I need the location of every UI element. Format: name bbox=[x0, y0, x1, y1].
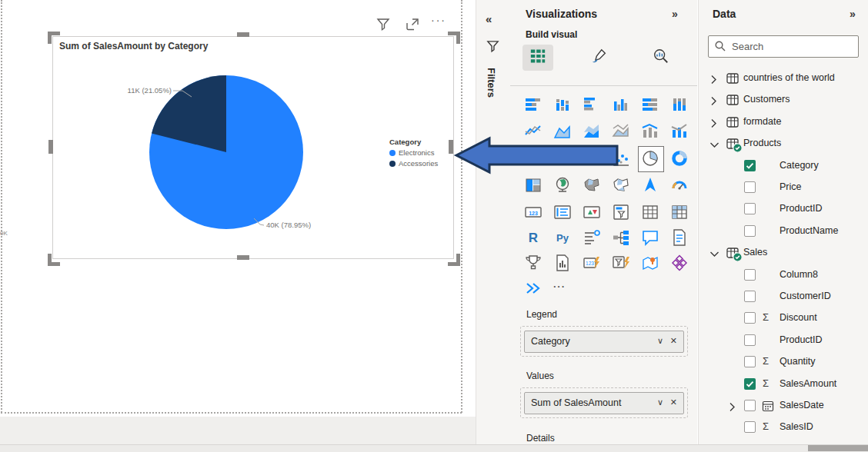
python-visual-icon[interactable]: Py bbox=[553, 228, 572, 247]
search-input[interactable] bbox=[730, 38, 856, 55]
resize-handle-top[interactable] bbox=[237, 32, 249, 37]
filled-map-icon[interactable] bbox=[583, 176, 601, 194]
more-options-icon[interactable]: ··· bbox=[431, 14, 446, 29]
gauge-icon[interactable] bbox=[670, 176, 689, 194]
checkbox-unchecked[interactable] bbox=[744, 400, 756, 411]
chevron-right-icon[interactable] bbox=[709, 95, 719, 109]
focus-mode-icon[interactable] bbox=[406, 18, 421, 33]
tab-analytics[interactable] bbox=[646, 45, 676, 71]
q-and-a-icon[interactable] bbox=[641, 228, 659, 247]
field-row-salesamount[interactable]: ΣSalesAmount bbox=[699, 376, 868, 396]
chevron-down-icon[interactable] bbox=[709, 248, 719, 262]
line-and-stacked-column-chart-icon[interactable] bbox=[641, 122, 659, 141]
map-icon[interactable] bbox=[553, 176, 572, 194]
field-row-discount[interactable]: ΣDiscount bbox=[699, 310, 868, 330]
well-dropzone-values[interactable]: Sum of SalesAmount∨✕ bbox=[520, 387, 688, 418]
slicer-icon[interactable] bbox=[612, 203, 630, 221]
azure-map-icon[interactable] bbox=[641, 176, 659, 194]
filters-pane-collapsed[interactable]: « Filters bbox=[476, 0, 511, 444]
horizontal-scrollbar[interactable] bbox=[0, 444, 868, 452]
power-automate-icon[interactable] bbox=[612, 254, 630, 272]
r-script-visual-icon[interactable]: R bbox=[524, 228, 542, 247]
get-more-visuals-icon[interactable]: ··· bbox=[553, 279, 572, 299]
stacked-bar-chart-icon[interactable] bbox=[524, 95, 542, 114]
resize-handle-left[interactable] bbox=[48, 140, 53, 154]
field-pill-dropdown-icon[interactable]: ∨ bbox=[657, 336, 663, 346]
chevron-right-icon[interactable] bbox=[709, 74, 719, 88]
checkbox-unchecked[interactable] bbox=[744, 225, 756, 237]
resize-handle-bottom-left[interactable] bbox=[48, 254, 60, 266]
treemap-icon[interactable] bbox=[524, 176, 542, 194]
expand-filters-icon[interactable]: « bbox=[486, 12, 492, 25]
card-icon[interactable]: 123 bbox=[524, 203, 542, 221]
field-row-productid[interactable]: ProductID bbox=[699, 332, 868, 352]
matrix-icon[interactable] bbox=[670, 203, 689, 221]
chevron-right-icon[interactable] bbox=[728, 401, 738, 415]
clustered-column-chart-icon[interactable] bbox=[612, 95, 630, 114]
clustered-bar-chart-icon[interactable] bbox=[583, 95, 601, 114]
metrics-icon[interactable] bbox=[524, 254, 542, 272]
field-row-productid[interactable]: ProductID bbox=[699, 201, 868, 221]
paginated-report-icon[interactable] bbox=[553, 254, 572, 272]
collapse-data-icon[interactable]: » bbox=[850, 8, 856, 20]
field-row-customerid[interactable]: CustomerID bbox=[699, 288, 868, 308]
resize-handle-top-right[interactable] bbox=[448, 32, 460, 44]
smart-narrative-icon[interactable] bbox=[670, 228, 689, 247]
100-stacked-column-chart-icon[interactable] bbox=[670, 95, 689, 114]
field-pill-remove-icon[interactable]: ✕ bbox=[670, 336, 677, 346]
field-pill-dropdown-icon[interactable]: ∨ bbox=[657, 397, 663, 407]
checkbox-unchecked[interactable] bbox=[744, 334, 756, 346]
kpi-icon[interactable] bbox=[583, 203, 601, 221]
checkbox-unchecked[interactable] bbox=[744, 291, 756, 302]
field-row-productname[interactable]: ProductName bbox=[699, 223, 868, 243]
decomposition-tree-icon[interactable] bbox=[612, 228, 630, 247]
checkbox-unchecked[interactable] bbox=[744, 181, 756, 193]
resize-handle-bottom-right[interactable] bbox=[448, 254, 460, 266]
arcgis-map-icon[interactable] bbox=[641, 254, 659, 272]
key-influencers-icon[interactable] bbox=[583, 228, 601, 247]
checkbox-unchecked[interactable] bbox=[744, 203, 756, 214]
tab-build-visual[interactable] bbox=[522, 45, 553, 71]
field-row-products[interactable]: Products bbox=[699, 135, 868, 155]
tab-format-visual[interactable] bbox=[584, 45, 615, 71]
checkbox-unchecked[interactable] bbox=[744, 312, 756, 324]
chevron-right-icon[interactable] bbox=[709, 118, 719, 131]
resize-handle-top-left[interactable] bbox=[48, 32, 60, 44]
field-row-salesid[interactable]: ΣSalesID bbox=[699, 419, 868, 439]
resize-handle-bottom[interactable] bbox=[237, 255, 249, 260]
checkbox-checked[interactable] bbox=[744, 160, 756, 171]
field-pill-legend[interactable]: Category∨✕ bbox=[524, 331, 684, 353]
field-row-salesdate[interactable]: SalesDate bbox=[699, 397, 868, 417]
search-box[interactable] bbox=[708, 35, 859, 58]
power-apps-icon[interactable]: 123 bbox=[583, 254, 601, 272]
field-row-column8[interactable]: Column8 bbox=[699, 267, 868, 287]
field-row-category[interactable]: Category bbox=[699, 158, 868, 178]
stacked-column-chart-icon[interactable] bbox=[553, 95, 572, 114]
table-icon[interactable] bbox=[641, 203, 659, 221]
horizontal-scrollbar-thumb[interactable] bbox=[808, 445, 868, 451]
shape-map-icon[interactable] bbox=[612, 176, 630, 194]
field-row-sales[interactable]: Sales bbox=[699, 244, 868, 264]
checkbox-checked[interactable] bbox=[744, 378, 756, 390]
field-row-countries-of-the-world[interactable]: countries of the world bbox=[699, 70, 868, 90]
donut-chart-icon[interactable] bbox=[670, 149, 689, 168]
visual-filter-icon[interactable] bbox=[376, 18, 392, 33]
field-row-quantity[interactable]: ΣQuantity bbox=[699, 354, 868, 374]
checkbox-unchecked[interactable] bbox=[744, 421, 756, 433]
field-row-price[interactable]: Price bbox=[699, 179, 868, 199]
line-and-clustered-column-chart-icon[interactable] bbox=[670, 122, 689, 141]
power-automate-flow-icon[interactable] bbox=[524, 279, 542, 297]
pie-chart-visual[interactable]: Sum of SalesAmount by Category 11K (21.0… bbox=[52, 36, 454, 259]
100-stacked-bar-chart-icon[interactable] bbox=[641, 95, 659, 114]
pie-chart-icon[interactable] bbox=[641, 149, 659, 168]
field-row-customers[interactable]: Customers bbox=[699, 91, 868, 111]
multi-row-card-icon[interactable] bbox=[553, 203, 572, 221]
chevron-down-icon[interactable] bbox=[709, 139, 719, 153]
collapse-visualizations-icon[interactable]: » bbox=[672, 8, 678, 20]
field-pill-values[interactable]: Sum of SalesAmount∨✕ bbox=[524, 392, 684, 414]
field-pill-remove-icon[interactable]: ✕ bbox=[670, 397, 677, 407]
checkbox-unchecked[interactable] bbox=[744, 269, 756, 281]
well-dropzone-legend[interactable]: Category∨✕ bbox=[520, 326, 688, 357]
hexbin-layer-icon[interactable] bbox=[670, 254, 689, 272]
checkbox-unchecked[interactable] bbox=[744, 356, 756, 367]
